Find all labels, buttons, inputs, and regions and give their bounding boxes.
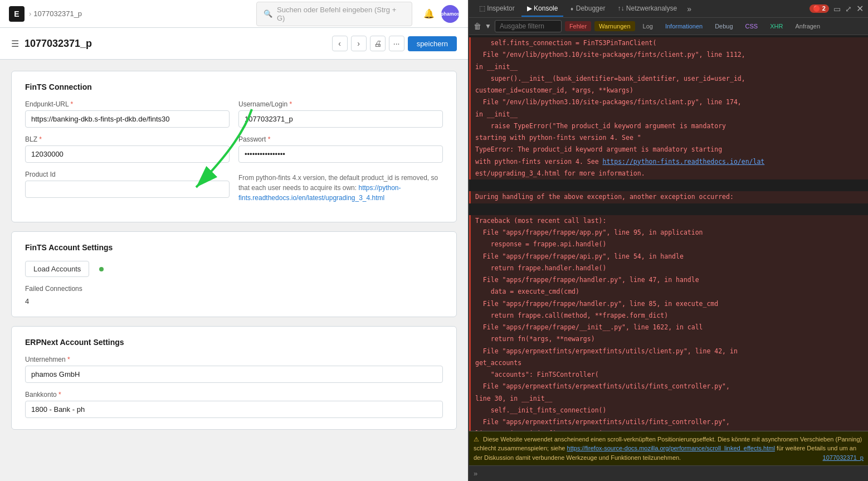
console-input-area: » bbox=[469, 465, 868, 481]
console-line: raise TypeError("The product_id keyword … bbox=[469, 120, 868, 132]
console-line: During handling of the above exception, … bbox=[469, 191, 868, 203]
load-accounts-button[interactable]: Load Accounts bbox=[25, 261, 89, 277]
debug-filter-btn[interactable]: Debug bbox=[710, 21, 737, 31]
console-line: data = execute_cmd(cmd) bbox=[469, 286, 868, 298]
console-line: with python-fints version 4. See https:/… bbox=[469, 156, 868, 168]
konsole-icon: ▶ bbox=[527, 4, 532, 12]
fints-account-section: FinTS Account Settings Load Accounts Fai… bbox=[11, 231, 457, 317]
console-line: get_accounts bbox=[469, 357, 868, 369]
css-filter-btn[interactable]: CSS bbox=[741, 21, 763, 31]
sidebar-toggle[interactable]: ☰ bbox=[11, 38, 19, 49]
console-filter-bar: 🗑 ▼ Fehler Warnungen Log Informationen D… bbox=[469, 18, 868, 35]
failed-connections-label: Failed Connections bbox=[25, 285, 443, 293]
tab-inspektor[interactable]: ⬚ Inspektor bbox=[474, 1, 520, 17]
failed-connections-value: 4 bbox=[25, 297, 443, 305]
console-line: Traceback (most recent call last): bbox=[469, 215, 868, 227]
save-button[interactable]: speichern bbox=[408, 36, 457, 51]
devtools-minimize-button[interactable]: ▭ bbox=[833, 4, 841, 13]
product-id-hint: From python-fints 4.x version, the defau… bbox=[238, 173, 443, 203]
bank-account-input[interactable] bbox=[25, 401, 443, 418]
avatar[interactable]: phamos bbox=[441, 5, 459, 23]
notification-icon[interactable]: 🔔 bbox=[423, 8, 435, 19]
blz-input[interactable] bbox=[25, 145, 230, 163]
console-line: File "apps/frappe/frappe/handler.py", li… bbox=[469, 274, 868, 286]
form-row-3: Product Id From py bbox=[25, 171, 443, 203]
trash-icon[interactable]: 🗑 bbox=[474, 22, 481, 31]
warning-link[interactable]: https://firefox-source-docs.mozilla.org/… bbox=[567, 445, 775, 451]
inspektor-icon: ⬚ bbox=[479, 4, 485, 12]
console-line: in __init__ bbox=[469, 109, 868, 120]
page-title: 1077032371_p bbox=[25, 38, 92, 50]
more-tabs-button[interactable]: » bbox=[684, 2, 695, 16]
form-row-1: Endpunkt-URL * Username/Login * bbox=[25, 100, 443, 128]
info-filter-btn[interactable]: Informationen bbox=[661, 21, 707, 31]
netzwerk-icon: ↑↓ bbox=[617, 4, 624, 12]
devtools-toolbar: ⬚ Inspektor ▶ Konsole ⬧ Debugger ↑↓ Netz… bbox=[469, 0, 868, 18]
warning-ref-link[interactable]: 1077032371_p bbox=[823, 453, 864, 463]
brand-logo[interactable]: E bbox=[9, 6, 25, 22]
console-line: File "apps/erpnextfints/erpnextfints/uti… bbox=[469, 381, 868, 392]
blz-group: BLZ * bbox=[25, 135, 230, 163]
console-line: starting with python-fints version 4. Se… bbox=[469, 132, 868, 144]
console-line: return frappe.call(method, **frappe.form… bbox=[469, 310, 868, 322]
search-icon: 🔍 bbox=[264, 9, 272, 18]
forward-button[interactable]: › bbox=[351, 36, 367, 51]
error-filter-btn[interactable]: Fehler bbox=[565, 21, 591, 31]
left-panel: E › 1077032371_p 🔍 Suchen oder Befehl ei… bbox=[0, 0, 468, 481]
debugger-icon: ⬧ bbox=[570, 4, 574, 12]
filter-icon: ▼ bbox=[485, 22, 491, 30]
warning-icon: ⚠ bbox=[474, 436, 479, 443]
log-filter-btn[interactable]: Log bbox=[638, 21, 657, 31]
product-id-link[interactable]: https://python-fints.readthedocs.io/en/l… bbox=[238, 184, 401, 202]
password-input[interactable] bbox=[238, 145, 443, 163]
console-line: File "apps/erpnextfints/erpnextfints/uti… bbox=[469, 346, 868, 357]
loading-indicator bbox=[99, 267, 104, 271]
search-bar[interactable]: 🔍 Suchen oder Befehl eingeben (Strg + G) bbox=[256, 2, 412, 26]
devtools-close-button[interactable]: ✕ bbox=[856, 3, 864, 14]
console-line: File "apps/frappe/frappe/handler.py", li… bbox=[469, 298, 868, 310]
username-input[interactable] bbox=[238, 110, 443, 128]
product-id-group: Product Id bbox=[25, 171, 230, 203]
company-input[interactable] bbox=[25, 366, 443, 383]
tab-konsole[interactable]: ▶ Konsole bbox=[521, 1, 564, 17]
console-warning-message: ⚠ Diese Website verwendet anscheinend ei… bbox=[469, 431, 868, 466]
company-label: Unternehmen * bbox=[25, 356, 443, 363]
console-line: return frappe.handler.handle() bbox=[469, 263, 868, 274]
form-row-2: BLZ * Passwort * bbox=[25, 135, 443, 163]
console-line: File "apps/frappe/frappe/api.py", line 5… bbox=[469, 251, 868, 263]
console-line: self.__init_fints_connection() bbox=[469, 405, 868, 416]
endpoint-label: Endpunkt-URL * bbox=[25, 100, 230, 108]
console-line: File "apps/frappe/frappe/app.py", line 9… bbox=[469, 227, 868, 239]
bank-account-group: Bankkonto * bbox=[25, 391, 443, 418]
requests-filter-btn[interactable]: Anfragen bbox=[791, 21, 825, 31]
page-title-area: ☰ 1077032371_p bbox=[11, 38, 92, 50]
console-line: return fn(*args, **newargs) bbox=[469, 333, 868, 345]
fints-connection-section: FinTS Connection Endpunkt-URL * Username… bbox=[11, 71, 457, 222]
username-label: Username/Login * bbox=[238, 100, 443, 108]
console-input[interactable] bbox=[481, 470, 864, 478]
blz-label: BLZ * bbox=[25, 135, 230, 143]
console-line: super().__init__(bank_identifier=bank_id… bbox=[469, 73, 868, 85]
company-group: Unternehmen * bbox=[25, 356, 443, 383]
console-output[interactable]: self.fints_connection = FinTS3PinTanClie… bbox=[469, 35, 868, 431]
product-id-input[interactable] bbox=[25, 181, 230, 198]
form-content: FinTS Connection Endpunkt-URL * Username… bbox=[0, 60, 468, 481]
product-id-label: Product Id bbox=[25, 171, 56, 178]
console-line: File "/env/lib/python3.10/site-packages/… bbox=[469, 96, 868, 108]
erpnext-account-title: ERPNext Account Settings bbox=[25, 338, 443, 347]
endpoint-input[interactable] bbox=[25, 110, 230, 128]
back-button[interactable]: ‹ bbox=[332, 36, 348, 51]
tab-netzwerk[interactable]: ↑↓ Netzwerkanalyse bbox=[612, 1, 682, 17]
tab-debugger[interactable]: ⬧ Debugger bbox=[564, 1, 611, 17]
more-button[interactable]: ··· bbox=[389, 36, 404, 51]
console-line: in __init__ bbox=[469, 61, 868, 73]
xhr-filter-btn[interactable]: XHR bbox=[765, 21, 787, 31]
error-badge: 🔴 2 bbox=[810, 4, 829, 13]
endpoint-group: Endpunkt-URL * bbox=[25, 100, 230, 128]
erpnext-account-section: ERPNext Account Settings Unternehmen * B… bbox=[11, 326, 457, 430]
warn-filter-btn[interactable]: Warnungen bbox=[594, 21, 635, 31]
filter-input[interactable] bbox=[495, 20, 562, 32]
print-button[interactable]: 🖨 bbox=[370, 36, 386, 51]
devtools-maximize-button[interactable]: ⤢ bbox=[845, 4, 852, 13]
password-group: Passwort * bbox=[238, 135, 443, 163]
